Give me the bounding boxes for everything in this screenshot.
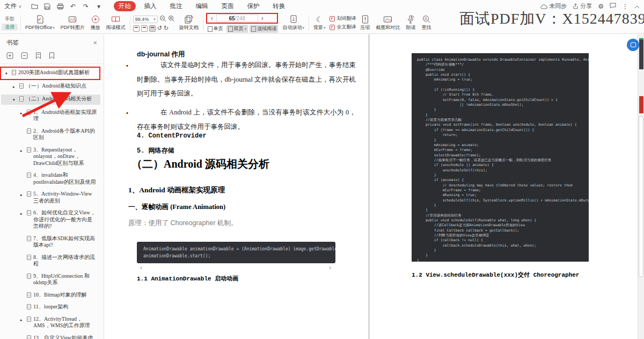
rotate-right-icon[interactable]: ↻ [164,25,169,31]
more-commands-icon[interactable]: ▾ [95,2,103,10]
screenshot-compare-button[interactable]: 截图和对比 [374,15,401,31]
expand-all-icon[interactable] [6,52,13,59]
thumbnail-scrollbar[interactable] [638,34,644,339]
bookmark-item[interactable]: 7、低版本SDK如何实现高版本api? [1,234,100,250]
bookmark-item[interactable]: 11、looper架构 [1,302,100,312]
expand-arrow-icon[interactable] [20,273,25,286]
translate-group: 划词翻译 全文翻译 [330,15,356,31]
ribbon-tab[interactable]: 转换 [268,1,290,11]
document-view[interactable]: db-journal 作用 • 该文件是临时文件，用于事务的回滚。事务开始时产生… [105,34,638,339]
select-tool-button[interactable]: 选择 [2,24,18,31]
expand-arrow-icon[interactable]: ▸ [20,210,25,230]
expand-arrow-icon[interactable]: ▾ [13,96,17,104]
single-page-button[interactable]: 单页 [206,25,225,33]
next-page-button[interactable]: › [260,15,265,21]
fit-width-icon[interactable] [133,25,140,32]
bookmark-item[interactable]: ▸ 6、如何优化自定义View，你进行优化的一般方向是怎样的? [1,208,100,231]
bookmark-item[interactable]: ▾ （二）Android源码相关分析 [1,95,100,105]
bookmark-label: 5、Activity-Window-View三者的差别 [33,191,97,204]
expand-arrow-icon[interactable] [20,335,25,339]
print-icon[interactable] [56,2,64,10]
auto-scroll-icon [289,15,298,24]
add-bookmark-icon[interactable] [35,52,41,59]
read-aloud-button[interactable]: 朗读 [404,15,417,31]
expand-arrow-icon[interactable]: ▸ [20,191,25,204]
bookmark-page-icon [27,128,31,134]
bookmark-item[interactable]: ▸ 3、Requestlayout，onlayout，onDraw，DrawCh… [1,146,100,168]
actual-size-icon[interactable] [149,25,156,32]
expand-arrow-icon[interactable] [20,128,25,141]
code-line: if (!isRunning()) { [417,88,583,92]
collapse-all-icon[interactable] [21,52,28,59]
expand-arrow-icon[interactable] [20,304,25,311]
play-button[interactable]: 播放 [89,15,102,31]
zoom-in-icon[interactable] [168,15,175,24]
expand-arrow-icon[interactable] [20,254,25,268]
open-folder-icon[interactable] [31,2,39,10]
bookmark-item[interactable]: 9、HttpUrlConnection 和 okhttp关系 [1,272,100,287]
undo-icon[interactable]: ↶ [69,2,77,10]
expand-arrow-icon[interactable]: ▸ [20,147,25,167]
assistant-float-button[interactable] [627,39,639,51]
rotate-left-icon[interactable]: ↺ [157,25,162,31]
bookmark-item[interactable]: 13、自定义View如何考虑机型适配 [1,334,100,339]
double-page-button[interactable]: 双页▾ [226,25,248,33]
separator [130,16,130,31]
rotate-document-button[interactable]: 旋转文档 [178,15,200,31]
read-mode-button[interactable]: 阅读模式 [105,15,127,31]
scroll-left-icon[interactable]: ‹ [140,263,142,271]
background-label: 背景 [313,24,323,31]
bookmark-item[interactable]: 2、Android各个版本API的区别 [1,127,100,142]
ribbon-tab[interactable]: 批注 [165,1,187,11]
bookmark-item[interactable]: 4、invalidate和postInvalidate的区别及使用 [1,171,100,186]
save-icon[interactable] [43,2,52,10]
bookmark-item[interactable]: ▸ 12、ActivityThread，AMS，WMS的工作原理 [1,315,100,330]
expand-arrow-icon[interactable]: ▾ [5,69,10,77]
ribbon-tab[interactable]: 页面 [217,1,239,11]
zoom-level-select[interactable]: 99.4% ▾ [133,16,158,23]
continuous-read-button[interactable]: 连续阅读 [250,25,278,33]
bookmark-icon[interactable] [49,52,55,59]
hand-tool-button[interactable]: 手型 [2,16,18,23]
ribbon-tab[interactable]: 编辑 [191,1,213,11]
file-menu-label: 文件 [4,2,17,10]
prev-page-button[interactable]: ‹ [210,15,214,21]
code-line: private void setFrame(int frame, boolean… [417,122,583,127]
page-number-input[interactable]: 65 /248 [216,15,258,22]
bookmark-item[interactable]: ▸ 1、Android动画框架实现原理 [1,108,100,124]
zoom-out-icon[interactable] [159,15,166,24]
scrollbar-thumb[interactable] [639,116,643,277]
bookmark-item[interactable]: ▾ 2020美团Android面试真题解析 [1,68,100,78]
expand-arrow-icon[interactable] [20,292,25,299]
expand-arrow-icon[interactable] [20,235,25,249]
page-thumbnail[interactable] [639,38,643,69]
expand-arrow-icon[interactable]: ▸ [13,83,17,91]
expand-arrow-icon[interactable] [20,172,25,185]
pdf-to-image-button[interactable]: PDF转图片 [59,15,86,31]
close-panel-icon[interactable]: × [93,39,97,47]
double-page-label: 双页 [234,25,244,32]
expand-arrow-icon[interactable]: ▸ [20,109,25,122]
scroll-right-icon[interactable]: › [329,263,331,271]
expand-arrow-icon[interactable]: ▸ [20,316,25,329]
bookmark-item[interactable]: 8、描述一次网络请求的流程 [1,253,100,269]
code-line [417,83,583,88]
background-button[interactable]: ☾ 背景▾ [312,15,327,31]
file-menu[interactable]: 文件 ∨ [4,2,22,10]
bookmarks-panel: 书签 × ▾ 2020美团Android面试真题解析 ▸ （一）Android基… [0,34,104,339]
ribbon-tab[interactable]: 保护 [243,1,265,11]
bookmark-page-icon [27,210,31,215]
full-translate-button[interactable]: 全文翻译 [330,24,356,31]
bookmark-item[interactable]: 10、Bitmap对象的理解 [1,291,100,300]
redo-icon[interactable]: ↷ [82,2,90,10]
find-button[interactable]: A 查找 [420,15,433,31]
bookmark-item[interactable]: ▸ 5、Activity-Window-View三者的差别 [1,190,100,205]
ribbon-tab[interactable]: 开始 [114,1,136,11]
pdf-to-office-button[interactable]: PDF转Office▾ [24,15,56,31]
auto-scroll-button[interactable]: 自动滚动▾ [281,15,306,31]
bookmark-item[interactable]: ▸ （一）Android基础知识点 [1,82,100,92]
fit-page-icon[interactable] [141,25,148,32]
compress-button[interactable]: 压缩 [358,15,371,31]
ribbon-tab[interactable]: 插入 [140,1,162,11]
word-translate-button[interactable]: 划词翻译 [330,15,356,22]
